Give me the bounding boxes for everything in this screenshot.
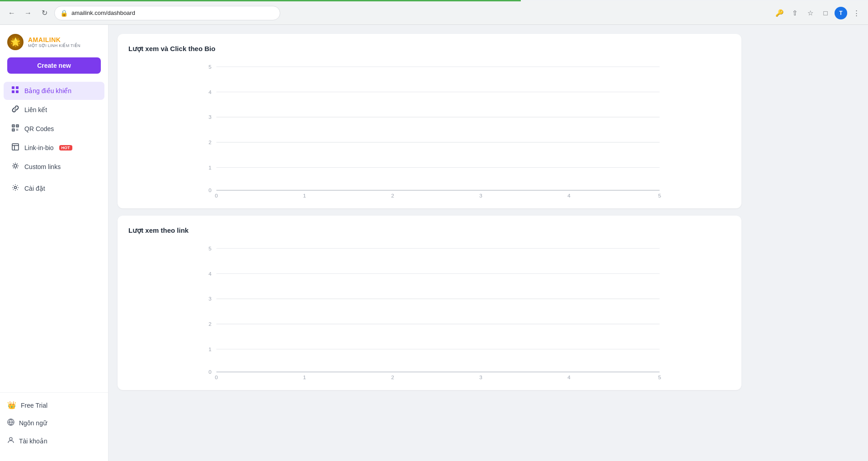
sidebar: 🌟 AMAILINK MỘT SỢI LINH KIẾM TIỀN Create… (0, 25, 108, 461)
svg-text:1: 1 (303, 193, 306, 198)
svg-rect-7 (13, 126, 14, 127)
svg-text:4: 4 (208, 271, 212, 277)
svg-text:5: 5 (208, 245, 212, 251)
sidebar-item-dashboard[interactable]: Bảng điều khiển (4, 82, 104, 100)
svg-point-18 (14, 187, 17, 189)
sidebar-item-qrcodes[interactable]: QR Codes (4, 120, 104, 138)
svg-rect-9 (13, 130, 14, 131)
svg-text:2: 2 (391, 193, 394, 198)
lock-icon: 🔒 (60, 9, 68, 17)
svg-rect-14 (12, 144, 19, 150)
account-label: Tài khoản (19, 437, 47, 445)
svg-rect-11 (18, 129, 19, 130)
svg-text:5: 5 (208, 64, 212, 70)
sidebar-nav: Bảng điều khiển Liên kết (0, 81, 108, 392)
share-button[interactable]: ⇧ (788, 7, 801, 19)
chart-svg-1: 5 4 3 2 1 0 0 (128, 62, 731, 198)
custom-links-label: Custom links (24, 163, 61, 170)
menu-button[interactable]: ⋮ (850, 7, 863, 19)
svg-text:0: 0 (208, 187, 212, 193)
svg-rect-1 (16, 86, 19, 89)
custom-links-icon (11, 162, 20, 171)
links-label: Liên kết (24, 106, 47, 113)
logo-tagline: MỘT SỢI LINH KIẾM TIỀN (28, 43, 80, 48)
svg-rect-12 (16, 130, 17, 131)
logo-icon: 🌟 (7, 34, 24, 50)
bookmark-button[interactable]: ☆ (804, 7, 816, 19)
sidebar-item-language[interactable]: Ngôn ngữ (0, 414, 108, 432)
svg-text:0: 0 (208, 369, 212, 375)
right-spacer (750, 25, 868, 461)
grid-icon (11, 86, 20, 95)
app-layout: 🌟 AMAILINK MỘT SỢI LINH KIẾM TIỀN Create… (0, 25, 868, 461)
settings-label: Cài đặt (24, 185, 45, 192)
sidebar-item-free-trial[interactable]: 👑 Free Trial (0, 396, 108, 414)
qr-icon (11, 124, 20, 133)
svg-text:5: 5 (658, 374, 661, 379)
link-in-bio-label: Link-in-bio (24, 144, 54, 151)
brand-prefix: AMAI (28, 36, 45, 43)
layout-icon (11, 143, 20, 152)
forward-button[interactable]: → (22, 7, 34, 19)
svg-text:0: 0 (215, 374, 218, 379)
free-trial-label: Free Trial (21, 402, 47, 409)
svg-rect-3 (16, 90, 19, 93)
chart-svg-2: 5 4 3 2 1 0 0 1 2 3 4 5 (128, 244, 731, 379)
sidebar-item-links[interactable]: Liên kết (4, 101, 104, 119)
svg-text:3: 3 (479, 374, 482, 379)
chart-card-1: Lượt xem và Click theo Bio 5 4 3 2 (118, 34, 741, 208)
svg-text:4: 4 (567, 193, 571, 198)
key-icon-button[interactable]: 🔑 (773, 7, 786, 19)
svg-text:2: 2 (391, 374, 394, 379)
svg-rect-13 (18, 130, 19, 131)
chart-2: 5 4 3 2 1 0 0 1 2 3 4 5 (128, 244, 731, 379)
back-button[interactable]: ← (5, 7, 18, 19)
svg-point-21 (9, 437, 12, 440)
language-label: Ngôn ngữ (19, 419, 47, 427)
url-text: amailink.com/dashboard (71, 9, 135, 16)
globe-icon (7, 419, 14, 428)
user-icon (7, 437, 14, 446)
sidebar-item-account[interactable]: Tài khoản (0, 432, 108, 450)
svg-text:5: 5 (658, 193, 661, 198)
chart-card-2: Lượt xem theo link 5 4 3 2 1 0 (118, 216, 741, 390)
svg-point-17 (14, 165, 17, 167)
settings-icon (11, 184, 20, 193)
svg-text:2: 2 (208, 139, 212, 145)
sidebar-bottom: 👑 Free Trial Ngôn ngữ (0, 392, 108, 454)
qrcodes-label: QR Codes (24, 125, 54, 132)
svg-text:4: 4 (208, 89, 212, 95)
svg-rect-10 (16, 129, 17, 130)
crown-icon: 👑 (7, 401, 16, 409)
brand-name: AMAILINK (28, 36, 80, 43)
sidebar-item-settings[interactable]: Cài đặt (4, 179, 104, 198)
svg-text:1: 1 (208, 165, 212, 170)
hot-badge: HOT (59, 145, 72, 151)
svg-text:1: 1 (208, 346, 212, 352)
browser-toolbar: ← → ↻ 🔒 amailink.com/dashboard 🔑 ⇧ ☆ □ T… (0, 1, 868, 25)
svg-text:4: 4 (567, 374, 571, 379)
create-new-button[interactable]: Create new (7, 57, 101, 74)
svg-rect-0 (12, 86, 14, 89)
svg-text:2: 2 (208, 321, 212, 327)
logo-area: 🌟 AMAILINK MỘT SỢI LINH KIẾM TIỀN (0, 32, 108, 57)
sidebar-item-custom-links[interactable]: Custom links (4, 158, 104, 176)
chart-title-2: Lượt xem theo link (128, 226, 731, 235)
split-view-button[interactable]: □ (819, 7, 832, 19)
dashboard-label: Bảng điều khiển (24, 87, 71, 94)
reload-button[interactable]: ↻ (38, 7, 51, 19)
sidebar-item-link-in-bio[interactable]: Link-in-bio HOT (4, 139, 104, 157)
svg-text:3: 3 (479, 193, 482, 198)
main-content: Lượt xem và Click theo Bio 5 4 3 2 (108, 25, 750, 461)
chart-1: 5 4 3 2 1 0 0 (128, 62, 731, 198)
profile-avatar[interactable]: T (835, 7, 847, 19)
address-bar[interactable]: 🔒 amailink.com/dashboard (54, 6, 280, 20)
svg-rect-8 (17, 126, 18, 127)
brand-suffix: LINK (45, 36, 61, 43)
browser-actions: 🔑 ⇧ ☆ □ T ⋮ (773, 7, 863, 19)
link-icon (11, 105, 20, 114)
svg-rect-2 (12, 90, 14, 93)
svg-text:3: 3 (208, 114, 212, 120)
logo-text: AMAILINK MỘT SỢI LINH KIẾM TIỀN (28, 36, 80, 48)
svg-text:0: 0 (215, 193, 218, 198)
